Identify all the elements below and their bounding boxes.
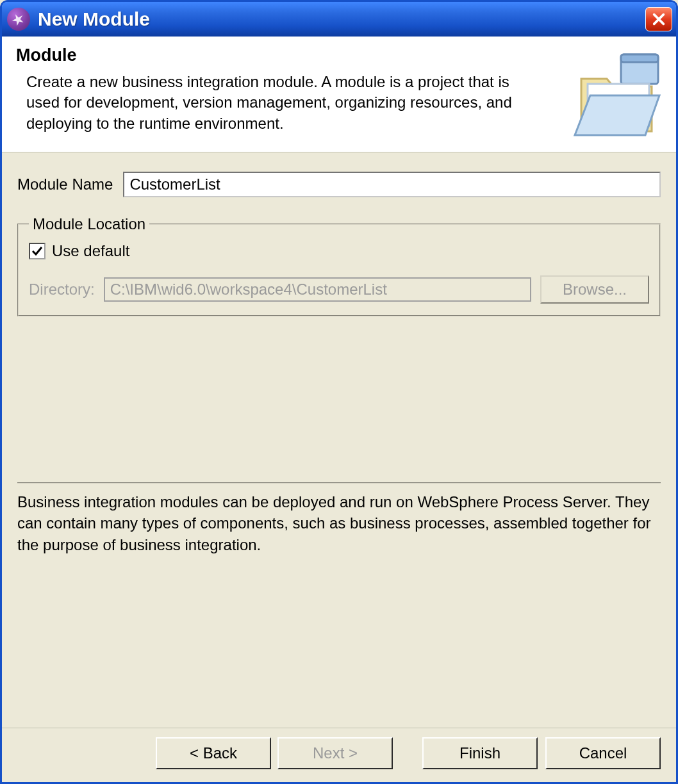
use-default-row: Use default <box>29 242 649 260</box>
directory-label: Directory: <box>29 281 95 298</box>
separator <box>17 482 661 484</box>
app-icon <box>7 8 30 31</box>
banner-description: Create a new business integration module… <box>16 72 542 134</box>
back-button[interactable]: < Back <box>156 737 271 769</box>
close-button[interactable] <box>645 7 672 31</box>
footnote-text: Business integration modules can be depl… <box>17 491 661 556</box>
cancel-button[interactable]: Cancel <box>545 737 661 769</box>
folder-icon <box>568 51 665 140</box>
module-location-fieldset: Module Location Use default Directory: B… <box>17 215 661 316</box>
button-bar: < Back Next > Finish Cancel <box>2 728 676 782</box>
spacer <box>17 323 661 482</box>
finish-button[interactable]: Finish <box>422 737 538 769</box>
svg-rect-1 <box>621 54 658 62</box>
module-name-row: Module Name <box>17 172 661 197</box>
directory-input <box>104 277 531 302</box>
next-button: Next > <box>277 737 393 769</box>
titlebar: New Module <box>2 2 676 37</box>
dialog-window: New Module Module Create a new business … <box>0 0 678 784</box>
window-title: New Module <box>38 8 645 30</box>
banner-heading: Module <box>16 45 562 65</box>
checkmark-icon <box>31 245 44 257</box>
wizard-banner: Module Create a new business integration… <box>2 37 676 152</box>
browse-button: Browse... <box>540 275 649 304</box>
module-location-legend: Module Location <box>29 215 149 233</box>
module-name-label: Module Name <box>17 176 113 193</box>
spacer-2 <box>17 568 661 728</box>
wizard-content: Module Name Module Location Use default … <box>2 152 676 728</box>
directory-row: Directory: Browse... <box>29 275 649 304</box>
module-name-input[interactable] <box>123 172 661 197</box>
close-icon <box>652 12 666 26</box>
use-default-label: Use default <box>52 242 129 260</box>
use-default-checkbox[interactable] <box>29 243 45 259</box>
